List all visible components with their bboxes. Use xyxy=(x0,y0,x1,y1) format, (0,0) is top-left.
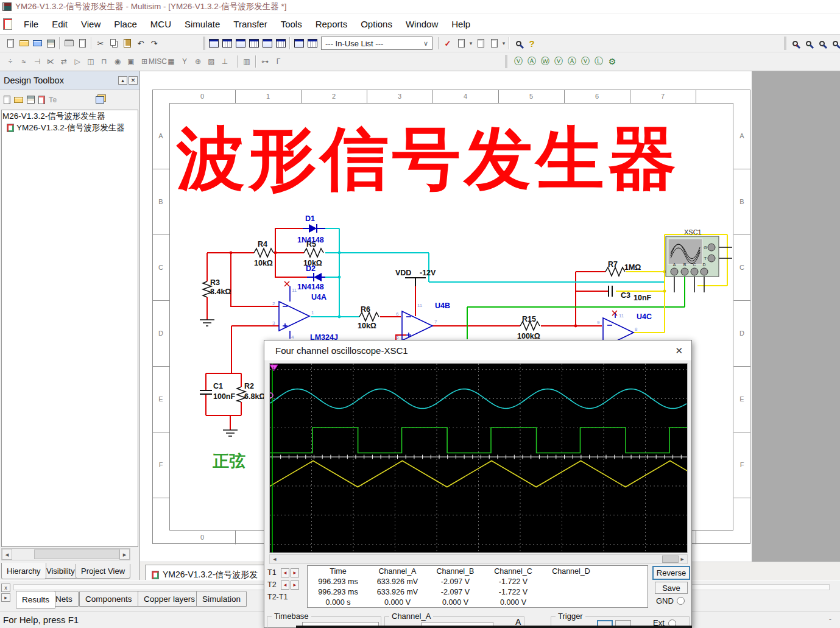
probe-icon[interactable]: Ⓥ xyxy=(552,55,565,68)
component-group-icon[interactable]: MISC xyxy=(151,55,164,68)
tab-copper-layers[interactable]: Copper layers xyxy=(138,591,201,607)
design-toolbox-titlebar[interactable]: Design Toolbox ▴ ✕ xyxy=(0,71,139,90)
menu-item[interactable]: File xyxy=(17,19,45,29)
panel-expand-icon[interactable]: ▸ xyxy=(1,593,10,602)
t2-left-button[interactable]: ◄ xyxy=(281,580,289,590)
t2-right-button[interactable]: ► xyxy=(291,580,299,590)
component-group-icon[interactable]: ◉ xyxy=(111,55,124,68)
show-page-bounds-icon[interactable] xyxy=(247,37,261,50)
edit-sheet-icon[interactable] xyxy=(38,96,45,104)
component-group-icon[interactable]: ⊕ xyxy=(191,55,205,68)
component-group-icon[interactable]: ◫ xyxy=(84,55,97,68)
menu-item[interactable]: Place xyxy=(107,19,144,29)
panel-minimize-icon[interactable]: ▴ xyxy=(118,76,127,85)
menu-item[interactable]: Options xyxy=(354,19,399,29)
zoom-area-icon[interactable]: ▫ xyxy=(815,37,828,50)
show-grid-icon[interactable] xyxy=(221,37,234,50)
component-group-icon[interactable]: ▷ xyxy=(71,55,84,68)
chevron-down-icon[interactable]: ▾ xyxy=(501,37,507,50)
junction-icon[interactable]: Γ xyxy=(272,55,285,68)
component-group-icon[interactable]: ⇄ xyxy=(57,55,71,68)
tree-item-design[interactable]: M26-V1.3.2-信号波形发生器 xyxy=(2,110,138,122)
help-icon[interactable]: ? xyxy=(525,37,538,50)
window-titlebar[interactable]: YM26-V1.3.2-信号波形发生器 - Multisim - [YM26-V… xyxy=(0,0,840,13)
new-file-icon[interactable] xyxy=(4,37,17,50)
oscilloscope-titlebar[interactable]: Four channel oscilloscope-XSC1 ✕ xyxy=(264,340,691,361)
tab-components[interactable]: Components xyxy=(79,591,138,607)
tab-project-view[interactable]: Project View xyxy=(76,564,130,579)
oscilloscope-hscrollbar[interactable]: ◂ ▸ xyxy=(269,554,688,564)
cut-icon[interactable]: ✂ xyxy=(94,37,107,50)
annotation-text[interactable]: 正弦 xyxy=(213,452,245,470)
redo-icon[interactable]: ↷ xyxy=(147,37,161,50)
print-icon[interactable] xyxy=(62,37,76,50)
backannotate-icon[interactable] xyxy=(474,37,487,50)
tab-hierarchy[interactable]: Hierarchy xyxy=(1,563,46,579)
menu-item[interactable]: Reports xyxy=(309,19,355,29)
component-group-icon[interactable]: ⊥ xyxy=(218,55,231,68)
probe-icon[interactable]: Ⓥ xyxy=(579,55,592,68)
oscilloscope-screen[interactable]: 1 xyxy=(269,363,688,553)
component-group-icon[interactable]: ÷ xyxy=(4,55,17,68)
menu-item[interactable]: Simulate xyxy=(178,19,227,29)
tab-simulation[interactable]: Simulation xyxy=(196,591,247,607)
schematic-title-text[interactable]: 波形信号发生器 xyxy=(176,121,680,197)
t1-right-button[interactable]: ► xyxy=(291,568,299,577)
spreadsheet-view-icon[interactable] xyxy=(292,37,306,50)
undo-icon[interactable]: ↶ xyxy=(134,37,147,50)
forwardannotate-icon[interactable] xyxy=(487,37,501,50)
scroll-thumb[interactable] xyxy=(662,556,679,563)
show-border-icon[interactable] xyxy=(234,37,247,50)
scroll-left-icon[interactable]: ◂ xyxy=(2,549,12,560)
print-preview-icon[interactable] xyxy=(76,37,89,50)
component-group-icon[interactable]: Y xyxy=(178,55,191,68)
design-toolbox-hscrollbar[interactable]: ◂ ▸ xyxy=(1,548,130,560)
menu-item[interactable]: View xyxy=(74,19,107,29)
save-button[interactable]: Save xyxy=(655,582,688,594)
save-design-icon[interactable] xyxy=(27,96,35,104)
menu-item[interactable]: Help xyxy=(445,19,477,29)
tree-item-sheet[interactable]: YM26-V1.3.2-信号波形发生器 xyxy=(2,122,138,133)
scroll-left-icon[interactable]: ◂ xyxy=(270,555,280,563)
menu-item[interactable]: MCU xyxy=(144,19,178,29)
toggle-grid-icon[interactable] xyxy=(207,37,221,50)
open-samples-icon[interactable] xyxy=(30,37,44,50)
component-group-icon[interactable]: ≈ xyxy=(17,55,30,68)
zoom-fit-icon[interactable] xyxy=(828,37,840,50)
probe-icon[interactable]: ⚙ xyxy=(605,55,619,68)
transfer-ultiboard-icon[interactable] xyxy=(454,37,468,50)
paste-icon[interactable] xyxy=(121,37,134,50)
component-group-icon[interactable]: ▨ xyxy=(205,55,218,68)
design-toolbox-icon[interactable] xyxy=(274,37,288,50)
panel-close-icon[interactable]: x xyxy=(1,584,10,592)
tab-visibility[interactable]: Visibility xyxy=(41,564,80,579)
zoom-out-icon[interactable]: − xyxy=(802,37,815,50)
reverse-button[interactable]: Reverse xyxy=(652,566,690,580)
history-icon[interactable] xyxy=(96,96,104,104)
t1-left-button[interactable]: ◄ xyxy=(281,568,289,577)
ruler-bars-icon[interactable] xyxy=(261,37,274,50)
panel-close-icon[interactable]: ✕ xyxy=(129,76,138,85)
in-use-list-dropdown[interactable]: --- In-Use List --- ∨ xyxy=(321,37,432,50)
tab-results[interactable]: Results xyxy=(16,591,55,609)
chevron-down-icon[interactable]: ▾ xyxy=(468,37,474,50)
probe-icon[interactable]: Ⓐ xyxy=(565,55,579,68)
copy-icon[interactable] xyxy=(107,37,121,50)
scroll-thumb[interactable] xyxy=(34,549,119,559)
save-icon[interactable] xyxy=(44,37,57,50)
scroll-right-icon[interactable]: ▸ xyxy=(677,555,687,563)
probe-icon[interactable]: Ⓦ xyxy=(538,55,552,68)
component-group-icon[interactable]: ⊓ xyxy=(97,55,111,68)
probe-icon[interactable]: Ⓛ xyxy=(592,55,605,68)
probe-icon[interactable]: Ⓐ xyxy=(525,55,538,68)
hierarchical-block-icon[interactable]: ▥ xyxy=(240,55,253,68)
simulation-toolbar-icon[interactable] xyxy=(306,37,319,50)
open-design-icon[interactable] xyxy=(14,97,23,103)
erc-check-icon[interactable]: ✓ xyxy=(441,37,454,50)
component-group-icon[interactable]: ▦ xyxy=(164,55,178,68)
close-icon[interactable]: ✕ xyxy=(675,345,683,356)
component-group-icon[interactable]: ⋉ xyxy=(44,55,57,68)
component-xsc1[interactable]: G T A B C D xyxy=(666,236,719,277)
gnd-radio[interactable] xyxy=(677,597,685,605)
menu-item[interactable]: Window xyxy=(399,19,445,29)
